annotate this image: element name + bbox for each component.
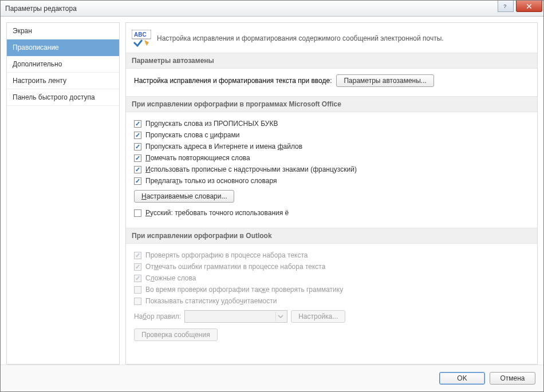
checkbox-icon bbox=[134, 132, 141, 139]
panel-header: ABC Настройка исправления и форматирован… bbox=[126, 23, 537, 53]
rules-row: Набор правил: Настройка... bbox=[134, 310, 529, 323]
chk-ignore-numbers[interactable]: Пропускать слова с цифрами bbox=[134, 129, 529, 141]
rules-settings-button: Настройка... bbox=[291, 310, 345, 323]
checkbox-icon bbox=[134, 298, 141, 305]
autocorrect-options-button[interactable]: Параметры автозамены... bbox=[336, 74, 433, 87]
section-office-spell-body: Пропускать слова из ПРОПИСНЫХ БУКВ Пропу… bbox=[126, 112, 537, 228]
spellcheck-icon: ABC bbox=[132, 30, 151, 47]
sidebar-item-label: Дополнительно bbox=[13, 60, 62, 68]
chk-outlook-grammar-with-spell: Во время проверки орфографии также прове… bbox=[134, 284, 529, 295]
close-button[interactable] bbox=[516, 1, 542, 12]
close-icon bbox=[526, 3, 533, 10]
help-button[interactable]: ? bbox=[498, 1, 514, 12]
sidebar-item-label: Панель быстрого доступа bbox=[13, 93, 95, 101]
checkbox-icon bbox=[134, 155, 141, 162]
section-outlook-spell-title: При исправлении орфографии в Outlook bbox=[126, 228, 537, 244]
checkbox-icon bbox=[134, 252, 141, 259]
checkbox-icon bbox=[134, 143, 141, 151]
chk-ignore-urls[interactable]: Пропускать адреса в Интернете и имена фа… bbox=[134, 141, 529, 152]
chk-outlook-readability: Показывать статистику удобочитаемости bbox=[134, 295, 529, 307]
checkbox-icon bbox=[134, 263, 141, 271]
svg-text:?: ? bbox=[503, 3, 506, 9]
checkbox-icon bbox=[134, 166, 141, 173]
section-autocorrect-title: Параметры автозамены bbox=[126, 53, 537, 69]
cancel-button[interactable]: Отмена bbox=[490, 372, 535, 385]
section-office-spell-title: При исправлении орфографии в программах … bbox=[126, 96, 537, 112]
custom-dictionaries-button[interactable]: Настраиваемые словари... bbox=[134, 190, 234, 203]
panel-header-text: Настройка исправления и форматирования с… bbox=[157, 34, 444, 42]
section-outlook-spell-body: Проверять орфографию в процессе набора т… bbox=[126, 244, 537, 350]
main-panel: ABC Настройка исправления и форматирован… bbox=[125, 22, 538, 365]
sidebar-item-quick-access[interactable]: Панель быстрого доступа bbox=[7, 89, 119, 106]
checkbox-icon bbox=[134, 177, 141, 185]
chk-french-accents[interactable]: Использовать прописные с надстрочными зн… bbox=[134, 164, 529, 175]
content-area: Экран Правописание Дополнительно Настрои… bbox=[1, 17, 543, 365]
window-title: Параметры редактора bbox=[5, 5, 77, 13]
chk-outlook-spellcheck-typing: Проверять орфографию в процессе набора т… bbox=[134, 250, 529, 261]
autocorrect-caption: Настройка исправления и форматирования т… bbox=[134, 77, 332, 85]
chk-flag-repeated[interactable]: Помечать повторяющиеся слова bbox=[134, 152, 529, 164]
rules-combo bbox=[184, 310, 287, 323]
chk-ignore-uppercase[interactable]: Пропускать слова из ПРОПИСНЫХ БУКВ bbox=[134, 118, 529, 129]
checkbox-icon bbox=[134, 120, 141, 128]
checkbox-icon bbox=[134, 275, 141, 282]
rules-label: Набор правил: bbox=[134, 312, 181, 320]
svg-text:ABC: ABC bbox=[134, 31, 147, 38]
sidebar: Экран Правописание Дополнительно Настрои… bbox=[6, 22, 120, 365]
sidebar-item-screen[interactable]: Экран bbox=[7, 23, 119, 39]
sidebar-item-label: Экран bbox=[13, 27, 32, 35]
chk-russian-yo[interactable]: Русский: требовать точного использования… bbox=[134, 207, 529, 219]
chk-outlook-grammar-typing: Отмечать ошибки грамматики в процессе на… bbox=[134, 261, 529, 272]
titlebar: Параметры редактора ? bbox=[1, 1, 543, 17]
dialog-footer: OK Отмена bbox=[1, 365, 543, 391]
sidebar-item-label: Правописание bbox=[13, 43, 59, 52]
sidebar-item-advanced[interactable]: Дополнительно bbox=[7, 56, 119, 73]
check-message-button: Проверка сообщения bbox=[134, 328, 218, 341]
sidebar-item-label: Настроить ленту bbox=[13, 77, 66, 85]
editor-options-window: Параметры редактора ? Экран Правописание… bbox=[0, 0, 544, 392]
sidebar-item-customize-ribbon[interactable]: Настроить ленту bbox=[7, 73, 119, 89]
chk-outlook-compound: Сложные слова bbox=[134, 272, 529, 284]
titlebar-buttons: ? bbox=[498, 1, 543, 16]
checkbox-icon bbox=[134, 209, 141, 217]
ok-button[interactable]: OK bbox=[439, 372, 485, 385]
section-autocorrect-body: Настройка исправления и форматирования т… bbox=[126, 69, 537, 96]
checkbox-icon bbox=[134, 286, 141, 294]
chk-main-dict-only[interactable]: Предлагать только из основного словаря bbox=[134, 175, 529, 187]
help-icon: ? bbox=[502, 3, 509, 10]
sidebar-item-spelling[interactable]: Правописание bbox=[7, 39, 119, 56]
chevron-down-icon bbox=[275, 312, 285, 321]
